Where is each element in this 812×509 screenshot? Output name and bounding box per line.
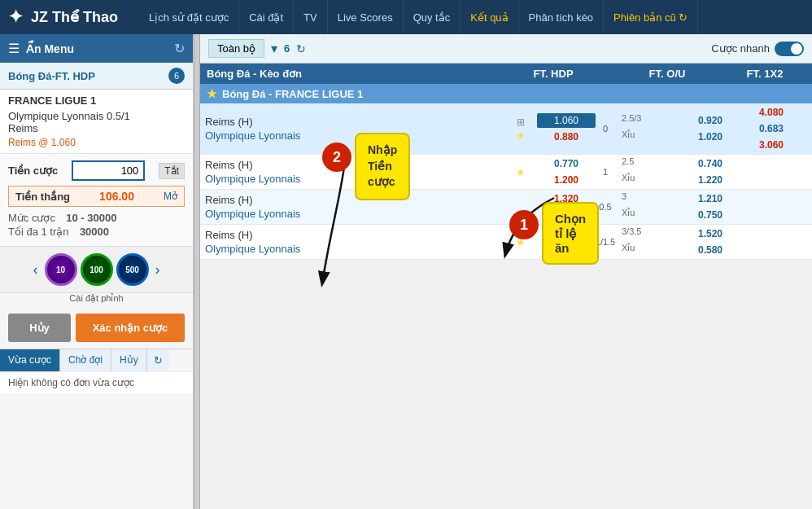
odds-link[interactable]: Reims @ 1.060: [8, 137, 76, 148]
tab-cancel[interactable]: Hủy: [111, 349, 147, 371]
limit-label: Mức cược: [8, 212, 55, 224]
sport-label: Bóng Đá-FT. HDP: [8, 70, 95, 82]
bet-form: Tiền cược Tắt Tiền thắng 106.00 Mở Mức c…: [0, 154, 193, 247]
col-1x2: FT. 1X2: [724, 68, 805, 80]
tab-recent[interactable]: Vừa cược: [0, 349, 60, 371]
match-teams-1: Reims (H) Olympique Lyonnais: [205, 159, 498, 185]
ou-a-2[interactable]: 1.210: [695, 191, 726, 206]
hdp-a-3[interactable]: 0.590: [537, 226, 596, 241]
hamburger-icon[interactable]: ☰: [8, 41, 20, 56]
sidebar-header: ☰ Ẩn Menu ↻: [0, 34, 193, 63]
hdp-odds-0: 1.060 0.880: [537, 113, 596, 144]
match-teams-2: Reims (H) Olympique Lyonnais: [205, 194, 498, 220]
ou-label-a-0: 2.5/3: [622, 113, 641, 128]
ou-label-b-3: Xỉu: [622, 243, 635, 257]
sidebar: ☰ Ẩn Menu ↻ Bóng Đá-FT. HDP 6 FRANCE LIG…: [0, 34, 194, 509]
sidebar-sport: Bóng Đá-FT. HDP 6: [0, 63, 193, 90]
team-a-0: Reims (H): [205, 116, 498, 128]
hdp-b-2[interactable]: 0.690: [537, 208, 596, 222]
chip-10[interactable]: 10: [45, 253, 77, 286]
nav-settings[interactable]: Cài đặt: [239, 0, 294, 34]
hdp-b-3[interactable]: 1.530: [537, 243, 596, 257]
hdp-b-1[interactable]: 1.200: [537, 173, 596, 187]
fx2-cell-3: [731, 225, 812, 259]
chip-100[interactable]: 100: [81, 253, 113, 286]
ou-b-1[interactable]: 1.220: [695, 173, 726, 187]
cancel-button[interactable]: Hủy: [8, 314, 71, 342]
tab-waiting[interactable]: Chờ đợi: [60, 349, 111, 371]
fav-star-0[interactable]: ★: [516, 129, 526, 142]
nav-rules[interactable]: Quy tắc: [404, 0, 461, 34]
fav-star-1[interactable]: ★: [516, 166, 526, 178]
all-button[interactable]: Toàn bộ: [208, 39, 264, 58]
handicap-val-0: 0: [603, 124, 608, 134]
ou-b-2[interactable]: 0.750: [695, 208, 726, 222]
status-message: Hiện không có đơn vừa cược: [0, 371, 193, 393]
expand-icon[interactable]: ▾: [271, 41, 277, 56]
fx2-b-0[interactable]: 0.683: [736, 121, 807, 136]
table-header: Bóng Đá - Kèo đơn FT. HDP FT. O/U FT. 1X…: [200, 64, 812, 84]
table-row: Reims (H) Olympique Lyonnais 1.320 0.690…: [200, 190, 812, 225]
bet-close-button[interactable]: Tắt: [159, 163, 185, 179]
team-a-1: Reims (H): [205, 159, 498, 171]
nav-analysis[interactable]: Phân tích kèo: [519, 0, 605, 34]
status-refresh-icon[interactable]: ↻: [147, 349, 169, 371]
ou-cell-3: 3/3.5 1.520 Xỉu 0.580: [617, 225, 731, 259]
hdp-odds-3: 0.590 1.530: [537, 226, 596, 257]
hdp-odds-2: 1.320 0.690: [537, 191, 596, 222]
ou-a-0[interactable]: 0.920: [695, 113, 726, 128]
hdp-odds-1: 0.770 1.200: [537, 156, 596, 187]
fav-star-3[interactable]: ★: [516, 236, 526, 248]
ou-a-1[interactable]: 0.740: [695, 156, 726, 171]
team-b: Reims: [8, 122, 38, 134]
limit-value: 10 - 30000: [66, 212, 116, 224]
ou-a-3[interactable]: 1.520: [695, 226, 726, 241]
live-icon: ⊞: [517, 116, 525, 128]
match-cell-3: Reims (H) Olympique Lyonnais: [200, 225, 503, 259]
toolbar-refresh-icon[interactable]: ↻: [296, 42, 306, 55]
nav-live-scores[interactable]: Live Scores: [328, 0, 404, 34]
ou-label-a-1: 2.5: [622, 156, 634, 171]
chip-section: ‹ 10 100 500 ›: [0, 247, 193, 293]
win-open-link[interactable]: Mở: [164, 191, 177, 202]
chip-500[interactable]: 500: [116, 253, 149, 286]
ou-cell-2: 3 1.210 Xỉu 0.750: [617, 190, 731, 224]
col-ou: FT. O/U: [610, 68, 724, 80]
nav-old-version[interactable]: Phiên bản cũ ↻: [604, 0, 698, 34]
confirm-button[interactable]: Xác nhận cược: [76, 314, 185, 342]
league-name: FRANCE LIGUE 1: [8, 94, 185, 107]
hdp-a-0[interactable]: 1.060: [537, 113, 596, 128]
ou-b-3[interactable]: 0.580: [695, 243, 726, 257]
table-row: Reims (H) Olympique Lyonnais ⊞ ★ 1.060 0…: [200, 103, 812, 155]
team-b-1: Olympique Lyonnais: [205, 173, 498, 185]
fx2-a-0[interactable]: 4.080: [736, 105, 807, 120]
content-toolbar: Toàn bộ ▾ 6 ↻ Cược nhanh: [200, 34, 812, 64]
header: ✦ JZ Thể Thao Lịch sử đặt cược Cài đặt T…: [0, 0, 812, 34]
quick-bet-toggle[interactable]: [775, 42, 804, 56]
nav-history[interactable]: Lịch sử đặt cược: [139, 0, 239, 34]
nav-results[interactable]: Kết quả: [461, 0, 518, 34]
ou-label-b-1: Xỉu: [622, 173, 635, 187]
ou-b-0[interactable]: 1.020: [695, 129, 726, 144]
hdp-b-0[interactable]: 0.880: [537, 129, 596, 144]
hdp-icons-1: ★: [506, 166, 535, 178]
nav-tv[interactable]: TV: [294, 0, 328, 34]
fx2-cell-1: [731, 155, 812, 189]
ou-label-a-3: 3/3.5: [622, 226, 641, 241]
win-value: 106.00: [99, 190, 134, 203]
fx2-cell-0: 4.080 0.683 3.060: [731, 103, 812, 154]
match-teams-3: Reims (H) Olympique Lyonnais: [205, 229, 498, 255]
chip-next-button[interactable]: ›: [152, 258, 164, 282]
match-cell-2: Reims (H) Olympique Lyonnais: [200, 190, 503, 224]
bet-input[interactable]: [72, 160, 145, 181]
hdp-a-2[interactable]: 1.320: [537, 191, 596, 206]
max-label: Tối đa 1 trận: [8, 226, 69, 238]
ou-cell-1: 2.5 0.740 Xỉu 1.220: [617, 155, 731, 189]
chip-prev-button[interactable]: ‹: [30, 258, 41, 282]
match-info: Olympique Lyonnais 0.5/1 Reims Reims @ 1…: [8, 110, 185, 148]
fx2-c-0[interactable]: 3.060: [736, 138, 807, 152]
sidebar-refresh-icon[interactable]: ↻: [174, 41, 185, 56]
logo-text: JZ Thể Thao: [31, 8, 118, 26]
status-bar: Vừa cược Chờ đợi Hủy ↻: [0, 349, 193, 371]
hdp-a-1[interactable]: 0.770: [537, 156, 596, 171]
